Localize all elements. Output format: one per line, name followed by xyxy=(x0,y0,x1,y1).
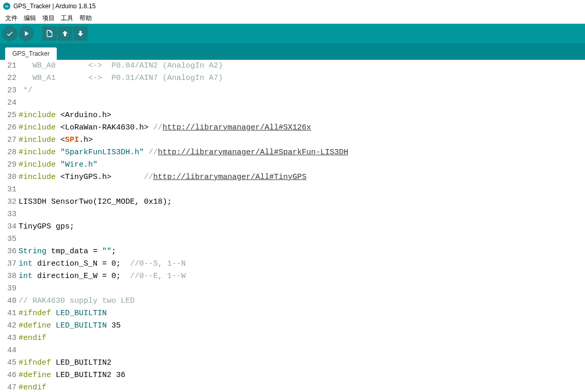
code-line: 41#ifndef LED_BUILTIN xyxy=(0,307,585,320)
line-number: 47 xyxy=(0,382,18,392)
file-icon xyxy=(45,29,54,38)
menu-project[interactable]: 项目 xyxy=(39,13,58,23)
code-text: int direction_E_W = 0; //0--E, 1--W xyxy=(18,270,186,283)
code-line: 23 */ xyxy=(0,85,585,97)
code-line: 33 xyxy=(0,208,585,221)
line-number: 27 xyxy=(0,134,18,146)
line-number: 33 xyxy=(0,208,18,221)
code-text: LIS3DH SensorTwo(I2C_MODE, 0x18); xyxy=(18,196,172,208)
code-text xyxy=(18,97,19,109)
url-link[interactable]: http://librarymanager/All#TinyGPS xyxy=(153,173,306,182)
code-line: 31 xyxy=(0,184,585,196)
arrow-down-icon xyxy=(76,29,85,38)
open-button[interactable] xyxy=(58,26,72,41)
code-text: #define LED_BUILTIN 35 xyxy=(18,320,121,332)
code-line: 38int direction_E_W = 0; //0--E, 1--W xyxy=(0,270,585,283)
check-icon xyxy=(6,29,14,38)
line-number: 39 xyxy=(0,283,18,295)
code-line: 29#include "Wire.h" xyxy=(0,159,585,171)
line-number: 36 xyxy=(0,246,18,258)
code-line: 37int direction_S_N = 0; //0--S, 1--N xyxy=(0,258,585,270)
code-text: #include <TinyGPS.h> //http://libraryman… xyxy=(18,171,306,184)
code-text: #include <LoRaWan-RAK4630.h> //http://li… xyxy=(18,122,311,134)
code-text: int direction_S_N = 0; //0--S, 1--N xyxy=(18,258,186,270)
line-number: 31 xyxy=(0,184,18,196)
code-text: #include <SPI.h> xyxy=(18,134,93,146)
code-text: #include <Arduino.h> xyxy=(18,109,111,122)
code-line: 36String tmp_data = ""; xyxy=(0,246,585,258)
line-number: 29 xyxy=(0,159,18,171)
menu-help[interactable]: 帮助 xyxy=(76,13,95,23)
line-number: 44 xyxy=(0,345,18,357)
code-line: 28#include "SparkFunLIS3DH.h" //http://l… xyxy=(0,146,585,159)
code-line: 27#include <SPI.h> xyxy=(0,134,585,146)
code-text: #endif xyxy=(18,382,46,392)
code-line: 40// RAK4630 supply two LED xyxy=(0,295,585,307)
url-link[interactable]: http://librarymanager/All#SparkFun-LIS3D… xyxy=(158,148,348,157)
line-number: 41 xyxy=(0,307,18,320)
code-line: 26#include <LoRaWan-RAK4630.h> //http://… xyxy=(0,122,585,134)
code-text: #define LED_BUILTIN2 36 xyxy=(18,369,125,382)
toolbar xyxy=(0,24,585,43)
code-line: 46#define LED_BUILTIN2 36 xyxy=(0,369,585,382)
line-number: 46 xyxy=(0,369,18,382)
line-number: 22 xyxy=(0,72,18,85)
arduino-logo-icon: ∞ xyxy=(3,3,10,10)
line-number: 24 xyxy=(0,97,18,109)
menu-file[interactable]: 文件 xyxy=(2,13,21,23)
line-number: 45 xyxy=(0,357,18,369)
code-text: #ifndef LED_BUILTIN xyxy=(18,307,107,320)
code-text xyxy=(18,345,19,357)
line-number: 30 xyxy=(0,171,18,184)
arrow-right-icon xyxy=(22,29,30,38)
code-line: 24 xyxy=(0,97,585,109)
menu-edit[interactable]: 编辑 xyxy=(21,13,39,23)
save-button[interactable] xyxy=(73,26,88,41)
line-number: 43 xyxy=(0,332,18,345)
line-number: 38 xyxy=(0,270,18,283)
line-number: 32 xyxy=(0,196,18,208)
code-line: 47#endif xyxy=(0,382,585,392)
menu-tools[interactable]: 工具 xyxy=(58,13,76,23)
titlebar: ∞ GPS_Tracker | Arduino 1.8.15 xyxy=(0,0,585,12)
code-text: #include "SparkFunLIS3DH.h" //http://lib… xyxy=(18,146,348,159)
code-text: WB_A0 <-> P0.04/AIN2 (AnalogIn A2) xyxy=(18,60,223,72)
new-button[interactable] xyxy=(42,26,57,41)
line-number: 34 xyxy=(0,221,18,233)
code-text xyxy=(18,208,19,221)
code-line: 22 WB_A1 <-> P0.31/AIN7 (AnalogIn A7) xyxy=(0,72,585,85)
url-link[interactable]: http://librarymanager/All#SX126x xyxy=(163,123,311,132)
code-text: // RAK4630 supply two LED xyxy=(18,295,135,307)
code-text: */ xyxy=(18,85,32,97)
code-line: 45#ifndef LED_BUILTIN2 xyxy=(0,357,585,369)
code-text xyxy=(18,283,19,295)
menubar: 文件 编辑 项目 工具 帮助 xyxy=(0,12,585,24)
code-line: 21 WB_A0 <-> P0.04/AIN2 (AnalogIn A2) xyxy=(0,60,585,72)
line-number: 37 xyxy=(0,258,18,270)
line-number: 25 xyxy=(0,109,18,122)
arrow-up-icon xyxy=(61,29,69,38)
code-line: 39 xyxy=(0,283,585,295)
line-number: 21 xyxy=(0,60,18,72)
line-number: 26 xyxy=(0,122,18,134)
tabbar: GPS_Tracker xyxy=(0,43,585,60)
line-number: 35 xyxy=(0,233,18,246)
code-text: #ifndef LED_BUILTIN2 xyxy=(18,357,111,369)
code-text xyxy=(18,233,19,246)
code-text: String tmp_data = ""; xyxy=(18,246,116,258)
line-number: 28 xyxy=(0,146,18,159)
code-editor[interactable]: 21 WB_A0 <-> P0.04/AIN2 (AnalogIn A2) 22… xyxy=(0,60,585,392)
code-line: 32LIS3DH SensorTwo(I2C_MODE, 0x18); xyxy=(0,196,585,208)
line-number: 23 xyxy=(0,85,18,97)
code-line: 30#include <TinyGPS.h> //http://librarym… xyxy=(0,171,585,184)
upload-button[interactable] xyxy=(19,26,34,41)
code-text: WB_A1 <-> P0.31/AIN7 (AnalogIn A7) xyxy=(18,72,223,85)
code-line: 44 xyxy=(0,345,585,357)
code-line: 42#define LED_BUILTIN 35 xyxy=(0,320,585,332)
code-line: 43#endif xyxy=(0,332,585,345)
tab-sketch[interactable]: GPS_Tracker xyxy=(5,47,57,60)
code-line: 34TinyGPS gps; xyxy=(0,221,585,233)
line-number: 40 xyxy=(0,295,18,307)
code-text: #endif xyxy=(18,332,46,345)
verify-button[interactable] xyxy=(2,26,18,41)
